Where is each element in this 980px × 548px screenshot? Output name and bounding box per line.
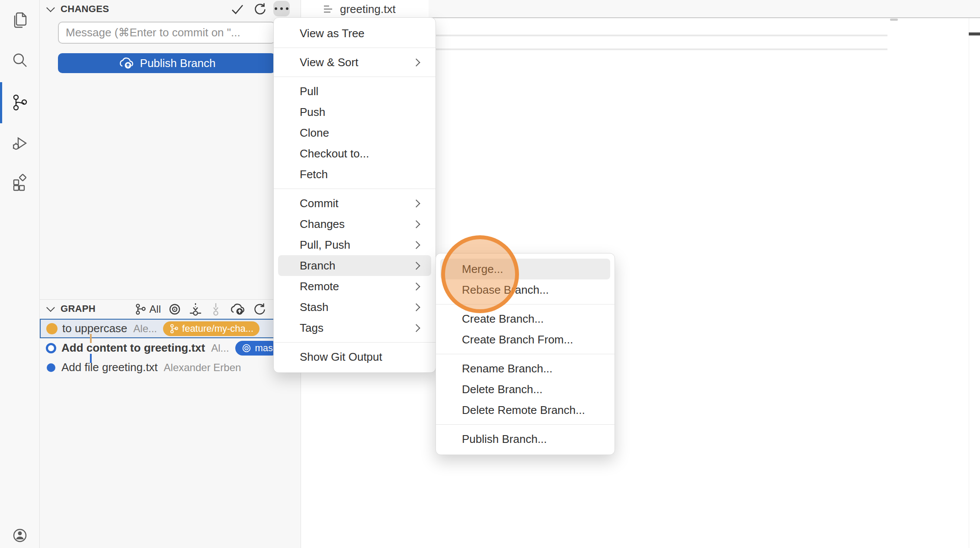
git-actions-menu: View as Tree View & Sort Pull Push Clone…	[273, 17, 436, 373]
refresh-button[interactable]	[253, 2, 267, 16]
commit-row-to-uppercase[interactable]: to uppercase Ale... feature/my-cha...	[40, 319, 301, 338]
menu-item-show-git-output[interactable]: Show Git Output	[274, 346, 436, 367]
menu-item-push[interactable]: Push	[274, 102, 436, 122]
branch-badge-master[interactable]: mas	[235, 341, 279, 356]
submenu-chevron-icon	[412, 220, 420, 228]
menu-separator	[274, 189, 436, 189]
cloud-upload-icon	[229, 302, 246, 316]
submenu-chevron-icon	[412, 303, 420, 311]
commit-message-input[interactable]	[58, 22, 275, 44]
graph-edge-blue	[90, 354, 92, 363]
menu-item-view-sort[interactable]: View & Sort	[274, 52, 436, 73]
git-branch-icon	[169, 324, 179, 334]
menu-item-checkout-to[interactable]: Checkout to...	[274, 143, 436, 164]
menu-separator	[274, 77, 436, 77]
branch-badge-feature[interactable]: feature/my-cha...	[163, 321, 259, 336]
commit-row-add-content[interactable]: Add content to greeting.txt Al... mas	[40, 338, 301, 358]
menu-separator	[274, 342, 436, 343]
refresh-icon	[253, 2, 267, 16]
more-actions-button[interactable]	[273, 1, 290, 16]
search-icon	[10, 51, 30, 71]
submenu-item-rename-branch[interactable]: Rename Branch...	[436, 358, 615, 379]
cloud-upload-icon	[118, 57, 135, 70]
git-branch-icon	[134, 302, 147, 316]
menu-item-view-as-tree[interactable]: View as Tree	[274, 23, 436, 44]
submenu-chevron-icon	[412, 282, 420, 290]
vscode-window: CHANGES Publish Branch GRAPH	[0, 0, 980, 548]
changes-title: CHANGES	[61, 3, 109, 15]
tab-label: greeting.txt	[340, 3, 396, 16]
commit-node-filled	[47, 363, 55, 372]
commit-author: Alexander Erben	[164, 362, 241, 374]
submenu-item-create-branch[interactable]: Create Branch...	[436, 308, 615, 329]
scrollbar-slider[interactable]	[969, 32, 980, 35]
click-annotation-circle	[441, 235, 519, 313]
target-icon	[241, 343, 252, 353]
publish-branch-label: Publish Branch	[140, 57, 216, 70]
graph-filter-all-label: All	[149, 303, 161, 315]
menu-item-remote[interactable]: Remote	[274, 276, 436, 297]
commit-check-button[interactable]	[230, 2, 245, 16]
menu-separator	[436, 354, 615, 354]
menu-item-fetch[interactable]: Fetch	[274, 164, 436, 185]
submenu-chevron-icon	[412, 58, 420, 66]
tab-greeting-txt[interactable]: greeting.txt	[301, 0, 429, 18]
graph-target-button[interactable]	[167, 302, 182, 317]
target-icon	[167, 302, 182, 317]
graph-pull-button[interactable]	[209, 302, 223, 317]
menu-item-pull-push[interactable]: Pull, Push	[274, 234, 436, 255]
menu-item-tags[interactable]: Tags	[274, 317, 436, 338]
minimap-content	[890, 19, 898, 21]
submenu-item-delete-remote-branch[interactable]: Delete Remote Branch...	[436, 400, 615, 420]
run-debug-icon	[10, 133, 30, 153]
submenu-chevron-icon	[412, 324, 420, 332]
graph-publish-button[interactable]	[229, 302, 246, 316]
activity-item-extensions[interactable]	[10, 172, 30, 192]
menu-item-clone[interactable]: Clone	[274, 122, 436, 143]
refresh-icon	[252, 302, 267, 317]
activity-item-search[interactable]	[10, 51, 30, 71]
commit-node-orange	[46, 323, 58, 334]
pull-icon	[209, 302, 223, 317]
source-control-sidebar: CHANGES Publish Branch GRAPH	[40, 0, 301, 548]
graph-edge-orange	[90, 334, 92, 343]
graph-fetch-button[interactable]	[189, 302, 202, 317]
fetch-icon	[189, 302, 202, 317]
chevron-down-icon	[46, 3, 55, 12]
activity-item-explorer[interactable]	[10, 10, 30, 30]
menu-item-branch[interactable]: Branch	[278, 255, 431, 276]
menu-item-changes[interactable]: Changes	[274, 214, 436, 234]
editor-tab-bar: greeting.txt	[301, 0, 980, 18]
extensions-icon	[10, 172, 30, 192]
menu-item-pull[interactable]: Pull	[274, 81, 436, 102]
submenu-chevron-icon	[412, 262, 420, 269]
changes-section-header[interactable]: CHANGES	[40, 0, 301, 18]
tab-bar-border	[429, 17, 980, 18]
graph-toolbar: All	[134, 300, 267, 319]
submenu-item-delete-branch[interactable]: Delete Branch...	[436, 379, 615, 400]
menu-separator	[274, 48, 436, 48]
commit-row-add-file[interactable]: Add file greeting.txt Alexander Erben	[40, 358, 301, 377]
minimap-border	[969, 18, 969, 548]
activity-bar	[0, 0, 40, 548]
publish-branch-button[interactable]: Publish Branch	[58, 53, 275, 73]
graph-section-header[interactable]: GRAPH All	[40, 300, 301, 318]
submenu-item-create-branch-from[interactable]: Create Branch From...	[436, 329, 615, 350]
commit-author: Ale...	[133, 323, 157, 335]
menu-item-stash[interactable]: Stash	[274, 297, 436, 317]
more-icon	[275, 7, 277, 10]
commit-message: to uppercase	[62, 322, 127, 335]
menu-separator	[436, 424, 615, 425]
graph-refresh-button[interactable]	[252, 302, 267, 317]
active-view-indicator	[0, 82, 2, 123]
activity-item-run-debug[interactable]	[10, 133, 30, 153]
activity-item-source-control[interactable]	[10, 93, 30, 112]
accounts-button[interactable]	[10, 526, 30, 545]
graph-repositories-filter[interactable]: All	[134, 302, 161, 316]
source-control-icon	[10, 93, 30, 112]
commit-node-hollow	[46, 343, 56, 353]
menu-item-commit[interactable]: Commit	[274, 193, 436, 214]
submenu-chevron-icon	[412, 199, 420, 207]
submenu-item-publish-branch[interactable]: Publish Branch...	[436, 429, 615, 449]
txt-file-icon	[322, 3, 334, 16]
